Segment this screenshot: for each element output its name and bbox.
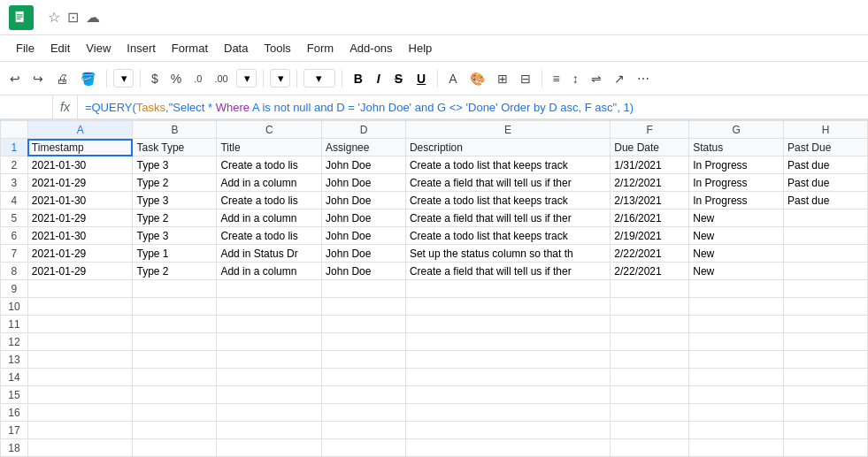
cell-empty-row18-col4[interactable] <box>405 439 610 457</box>
cell-empty-row13-col4[interactable] <box>405 351 610 369</box>
row-num[interactable]: 11 <box>1 316 28 333</box>
cell-empty-row17-col6[interactable] <box>689 422 784 439</box>
cell-row4-col2[interactable]: Create a todo lis <box>217 192 322 209</box>
cell-empty-row17-col3[interactable] <box>322 422 406 439</box>
cell-row8-col4[interactable]: Create a field that will tell us if ther <box>405 263 610 280</box>
cell-empty-row14-col0[interactable] <box>27 369 133 386</box>
cell-row8-col0[interactable]: 2021-01-29 <box>27 263 133 280</box>
row-num[interactable]: 2 <box>1 156 28 174</box>
menu-form[interactable]: Form <box>300 38 341 58</box>
formula-input[interactable]: =QUERY(Tasks,"Select * Where A is not nu… <box>78 101 868 114</box>
cell-empty-row11-col4[interactable] <box>405 316 610 333</box>
col-header-d[interactable]: D <box>322 121 406 139</box>
underline-button[interactable]: U <box>411 69 431 88</box>
decimal-less-button[interactable]: .00 <box>210 71 232 87</box>
cell-empty-row17-col7[interactable] <box>784 422 868 439</box>
col-header-g[interactable]: G <box>689 121 784 139</box>
cell-empty-row13-col6[interactable] <box>689 351 784 369</box>
cell-empty-row16-col4[interactable] <box>405 404 610 422</box>
cell-empty-row13-col3[interactable] <box>322 351 406 369</box>
row-num[interactable]: 13 <box>1 351 28 369</box>
cell-row3-col7[interactable]: Past due <box>784 174 868 192</box>
menu-insert[interactable]: Insert <box>119 38 163 58</box>
cell-empty-row11-col3[interactable] <box>322 316 406 333</box>
cell-empty-row13-col1[interactable] <box>133 351 217 369</box>
font-size-selector[interactable]: ▾ <box>303 69 335 88</box>
cell-empty-row9-col3[interactable] <box>322 280 406 298</box>
col-header-e[interactable]: E <box>405 121 610 139</box>
cell-row8-col5[interactable]: 2/22/2021 <box>611 263 689 280</box>
valign-button[interactable]: ↕ <box>568 69 583 88</box>
cell-empty-row10-col4[interactable] <box>405 298 610 316</box>
cell-row4-col5[interactable]: 2/13/2021 <box>611 192 689 209</box>
menu-help[interactable]: Help <box>402 38 440 58</box>
cell-row4-col7[interactable]: Past due <box>784 192 868 209</box>
menu-addons[interactable]: Add-ons <box>342 38 399 58</box>
cell-empty-row14-col6[interactable] <box>689 369 784 386</box>
cell-empty-row9-col7[interactable] <box>784 280 868 298</box>
row-num[interactable]: 12 <box>1 333 28 351</box>
row-num[interactable]: 10 <box>1 298 28 316</box>
row-num[interactable]: 18 <box>1 439 28 457</box>
cell-row8-col6[interactable]: New <box>689 263 784 280</box>
rotate-button[interactable]: ↗ <box>610 69 629 88</box>
cell-empty-row15-col6[interactable] <box>689 386 784 404</box>
cell-row7-col7[interactable] <box>784 245 868 263</box>
cell-d1[interactable]: Assignee <box>322 139 406 156</box>
cell-empty-row17-col5[interactable] <box>611 422 689 439</box>
cell-row3-col5[interactable]: 2/12/2021 <box>611 174 689 192</box>
cell-row2-col6[interactable]: In Progress <box>689 156 784 174</box>
cell-empty-row18-col2[interactable] <box>217 439 322 457</box>
fill-color-button[interactable]: 🎨 <box>465 69 489 88</box>
cell-empty-row11-col2[interactable] <box>217 316 322 333</box>
cell-empty-row12-col5[interactable] <box>611 333 689 351</box>
italic-button[interactable]: I <box>372 69 386 88</box>
cell-empty-row10-col6[interactable] <box>689 298 784 316</box>
cell-empty-row12-col7[interactable] <box>784 333 868 351</box>
text-color-button[interactable]: A <box>444 69 461 88</box>
row-num[interactable]: 4 <box>1 192 28 209</box>
cloud-icon[interactable]: ☁ <box>86 9 100 26</box>
paint-format-button[interactable]: 🪣 <box>76 69 100 88</box>
cell-empty-row10-col1[interactable] <box>133 298 217 316</box>
cell-row7-col4[interactable]: Set up the status column so that th <box>405 245 610 263</box>
cell-h1[interactable]: Past Due <box>784 139 868 156</box>
cell-empty-row13-col5[interactable] <box>611 351 689 369</box>
print-button[interactable]: 🖨 <box>51 69 73 88</box>
row-num[interactable]: 1 <box>1 139 28 156</box>
cell-row6-col7[interactable] <box>784 227 868 245</box>
col-header-a[interactable]: A <box>27 121 133 139</box>
cell-empty-row18-col5[interactable] <box>611 439 689 457</box>
cell-row5-col7[interactable] <box>784 209 868 227</box>
cell-empty-row9-col1[interactable] <box>133 280 217 298</box>
cell-empty-row15-col1[interactable] <box>133 386 217 404</box>
cell-empty-row14-col2[interactable] <box>217 369 322 386</box>
format-selector[interactable]: ▾ <box>236 69 257 88</box>
cell-empty-row10-col3[interactable] <box>322 298 406 316</box>
cell-row3-col2[interactable]: Add in a column <box>217 174 322 192</box>
row-num[interactable]: 15 <box>1 386 28 404</box>
font-family-selector[interactable]: ▾ <box>270 69 290 88</box>
cell-empty-row15-col3[interactable] <box>322 386 406 404</box>
menu-view[interactable]: View <box>79 38 118 58</box>
menu-file[interactable]: File <box>9 38 42 58</box>
cell-row7-col1[interactable]: Type 1 <box>133 245 217 263</box>
cell-row6-col2[interactable]: Create a todo lis <box>217 227 322 245</box>
cell-row8-col2[interactable]: Add in a column <box>217 263 322 280</box>
cell-empty-row11-col7[interactable] <box>784 316 868 333</box>
menu-data[interactable]: Data <box>217 38 255 58</box>
cell-row3-col1[interactable]: Type 2 <box>133 174 217 192</box>
cell-row4-col4[interactable]: Create a todo list that keeps track <box>405 192 610 209</box>
cell-row2-col2[interactable]: Create a todo lis <box>217 156 322 174</box>
cell-empty-row9-col2[interactable] <box>217 280 322 298</box>
cell-row4-col0[interactable]: 2021-01-30 <box>27 192 133 209</box>
cell-empty-row11-col5[interactable] <box>611 316 689 333</box>
cell-f1[interactable]: Due Date <box>611 139 689 156</box>
cell-row2-col3[interactable]: John Doe <box>322 156 406 174</box>
cell-row2-col1[interactable]: Type 3 <box>133 156 217 174</box>
cell-empty-row15-col4[interactable] <box>405 386 610 404</box>
cell-empty-row18-col7[interactable] <box>784 439 868 457</box>
decimal-more-button[interactable]: .0 <box>189 71 206 87</box>
wrap-button[interactable]: ⇌ <box>587 69 606 88</box>
col-header-c[interactable]: C <box>217 121 322 139</box>
